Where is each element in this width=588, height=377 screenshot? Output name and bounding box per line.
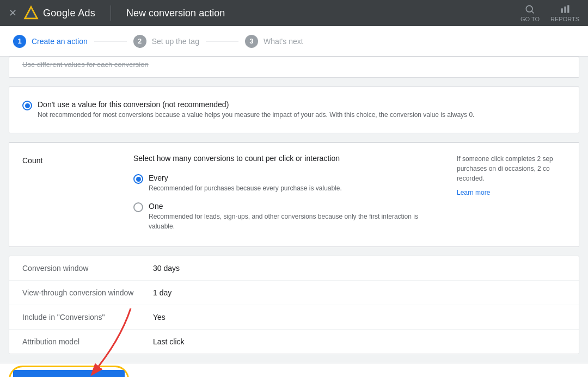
include-conversions-row: Include in "Conversions" Yes	[9, 305, 579, 330]
app-name-label: Google Ads	[43, 8, 95, 19]
one-radio[interactable]	[133, 202, 143, 212]
every-text: Every Recommended for purchases because …	[149, 174, 342, 193]
step-3-number: 3	[245, 35, 258, 48]
attribution-model-key: Attribution model	[22, 337, 153, 346]
step-connector-2	[206, 41, 238, 41]
view-through-key: View-through conversion window	[22, 288, 153, 297]
reports-icon	[560, 4, 571, 15]
partial-value-card: Use different values for each conversion	[9, 57, 579, 78]
main-content: Use different values for each conversion…	[0, 57, 588, 377]
search-icon	[524, 4, 535, 15]
svg-marker-1	[25, 7, 37, 18]
svg-point-2	[526, 5, 533, 12]
steps-breadcrumb: 1 Create an action 2 Set up the tag 3 Wh…	[0, 26, 588, 57]
step-3-label: What's next	[264, 37, 303, 46]
step-connector-1	[94, 41, 127, 41]
every-desc: Recommended for purchases because every …	[149, 183, 342, 193]
view-through-row: View-through conversion window 1 day	[9, 281, 579, 305]
attribution-model-row: Attribution model Last click	[9, 330, 579, 354]
step-1-number: 1	[13, 35, 26, 48]
svg-rect-4	[561, 8, 562, 13]
svg-line-3	[532, 11, 534, 13]
dont-use-value-radio[interactable]	[22, 101, 32, 110]
one-option[interactable]: One Recommended for leads, sign-ups, and…	[133, 197, 444, 236]
attribution-model-value: Last click	[153, 337, 185, 346]
page-title: New conversion action	[126, 8, 225, 19]
every-option[interactable]: Every Recommended for purchases because …	[133, 169, 444, 197]
nav-divider	[111, 5, 111, 21]
partial-option-text: Use different values for each conversion	[22, 57, 566, 69]
side-note-text: If someone click completes 2 sep purchas…	[457, 155, 553, 182]
close-icon[interactable]: ✕	[9, 8, 17, 18]
dont-use-value-option[interactable]: Don't use a value for this conversion (n…	[22, 96, 566, 124]
one-text: One Recommended for leads, sign-ups, and…	[149, 202, 444, 231]
top-navigation: ✕ Google Ads New conversion action GO TO	[0, 0, 588, 26]
dont-use-value-text: Don't use a value for this conversion (n…	[38, 100, 474, 120]
every-radio[interactable]	[133, 174, 143, 184]
svg-rect-6	[567, 5, 569, 13]
conversion-window-row: Conversion window 30 days	[9, 256, 579, 281]
learn-more-link[interactable]: Learn more	[457, 188, 566, 197]
step-1: 1 Create an action	[13, 35, 88, 48]
value-card: Don't use a value for this conversion (n…	[9, 86, 579, 133]
action-bar: CREATE AND CONTINUE CANCEL	[0, 363, 588, 377]
step-1-label: Create an action	[32, 37, 88, 46]
step-2-number: 2	[133, 35, 146, 48]
nav-right: GO TO REPORTS	[520, 4, 579, 22]
count-section: Count Select how many conversions to cou…	[9, 143, 579, 246]
radio-selected-dot	[25, 103, 30, 108]
every-label: Every	[149, 174, 342, 182]
count-side-info: If someone click completes 2 sep purchas…	[457, 154, 566, 236]
conversion-window-key: Conversion window	[22, 264, 153, 273]
reports-label: REPORTS	[550, 16, 579, 22]
include-conversions-value: Yes	[153, 313, 166, 322]
count-card: Count Select how many conversions to cou…	[9, 142, 579, 247]
cancel-button[interactable]: CANCEL	[133, 370, 182, 377]
step-2-label: Set up the tag	[152, 37, 199, 46]
goto-label: GO TO	[520, 16, 540, 22]
count-description: Select how many conversions to count per…	[133, 154, 444, 163]
logo-icon	[23, 5, 39, 21]
google-ads-logo: Google Ads	[23, 5, 95, 21]
count-content: Select how many conversions to count per…	[133, 154, 444, 236]
step-2: 2 Set up the tag	[133, 35, 199, 48]
dont-use-value-label: Don't use a value for this conversion (n…	[38, 100, 474, 109]
conversion-window-value: 30 days	[153, 264, 180, 273]
view-through-value: 1 day	[153, 288, 171, 297]
goto-button[interactable]: GO TO	[520, 4, 540, 22]
svg-rect-5	[564, 7, 566, 13]
count-label: Count	[22, 154, 120, 236]
step-3: 3 What's next	[245, 35, 303, 48]
every-radio-dot	[136, 177, 141, 182]
one-desc: Recommended for leads, sign-ups, and oth…	[149, 212, 444, 231]
dont-use-value-desc: Not recommended for most conversions bec…	[38, 110, 474, 120]
settings-card: Conversion window 30 days View-through c…	[9, 256, 579, 354]
value-section: Don't use a value for this conversion (n…	[9, 87, 579, 133]
nav-left: ✕ Google Ads New conversion action	[9, 5, 225, 21]
reports-button[interactable]: REPORTS	[550, 4, 579, 22]
include-conversions-key: Include in "Conversions"	[22, 313, 153, 322]
one-label: One	[149, 202, 444, 211]
create-and-continue-button[interactable]: CREATE AND CONTINUE	[13, 370, 125, 377]
bottom-bar-wrapper: CREATE AND CONTINUE CANCEL	[0, 363, 588, 377]
create-button-container: CREATE AND CONTINUE	[13, 370, 125, 377]
